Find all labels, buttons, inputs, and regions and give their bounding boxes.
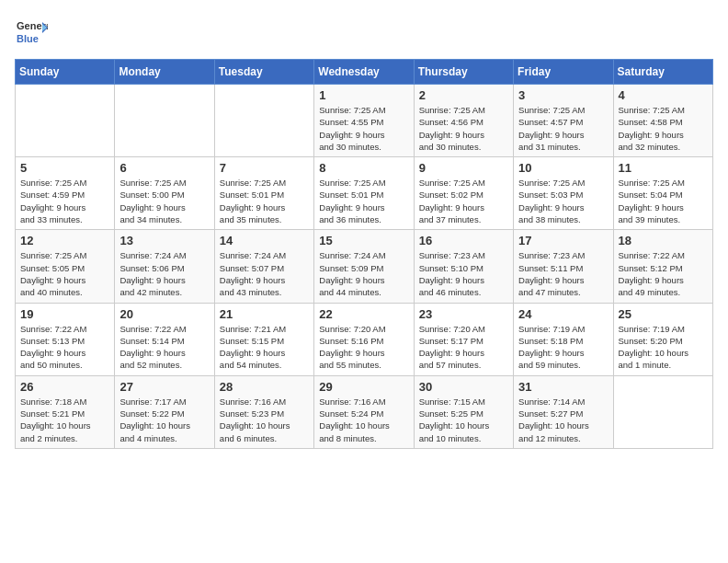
day-header-monday: Monday [115, 60, 214, 85]
calendar-cell: 22Sunrise: 7:20 AM Sunset: 5:16 PM Dayli… [314, 303, 414, 375]
day-info: Sunrise: 7:19 AM Sunset: 5:20 PM Dayligh… [619, 323, 708, 372]
day-number: 23 [419, 307, 508, 321]
day-info: Sunrise: 7:25 AM Sunset: 5:01 PM Dayligh… [220, 177, 309, 225]
day-info: Sunrise: 7:16 AM Sunset: 5:23 PM Dayligh… [220, 396, 309, 444]
calendar-cell: 23Sunrise: 7:20 AM Sunset: 5:17 PM Dayli… [414, 303, 513, 375]
day-info: Sunrise: 7:24 AM Sunset: 5:09 PM Dayligh… [319, 249, 408, 298]
day-number: 29 [319, 380, 408, 394]
day-info: Sunrise: 7:23 AM Sunset: 5:10 PM Dayligh… [419, 249, 508, 298]
calendar-cell: 9Sunrise: 7:25 AM Sunset: 5:02 PM Daylig… [414, 157, 513, 230]
calendar-cell: 4Sunrise: 7:25 AM Sunset: 4:58 PM Daylig… [613, 85, 712, 157]
day-info: Sunrise: 7:20 AM Sunset: 5:17 PM Dayligh… [419, 323, 508, 372]
calendar-cell: 28Sunrise: 7:16 AM Sunset: 5:23 PM Dayli… [214, 375, 313, 448]
day-number: 1 [319, 88, 408, 102]
day-number: 19 [20, 307, 109, 321]
day-number: 20 [119, 307, 209, 321]
day-header-thursday: Thursday [414, 60, 513, 85]
calendar-cell: 26Sunrise: 7:18 AM Sunset: 5:21 PM Dayli… [16, 375, 115, 448]
day-info: Sunrise: 7:25 AM Sunset: 5:01 PM Dayligh… [319, 177, 408, 225]
day-info: Sunrise: 7:22 AM Sunset: 5:14 PM Dayligh… [119, 323, 209, 372]
calendar-cell: 13Sunrise: 7:24 AM Sunset: 5:06 PM Dayli… [115, 230, 214, 303]
calendar-cell: 14Sunrise: 7:24 AM Sunset: 5:07 PM Dayli… [214, 230, 313, 303]
day-number: 4 [619, 88, 708, 102]
calendar-cell: 24Sunrise: 7:19 AM Sunset: 5:18 PM Dayli… [514, 303, 613, 375]
week-row-4: 19Sunrise: 7:22 AM Sunset: 5:13 PM Dayli… [16, 303, 713, 375]
calendar-cell: 18Sunrise: 7:22 AM Sunset: 5:12 PM Dayli… [613, 230, 712, 303]
day-number: 3 [518, 88, 608, 102]
day-info: Sunrise: 7:18 AM Sunset: 5:21 PM Dayligh… [20, 396, 109, 444]
day-info: Sunrise: 7:25 AM Sunset: 5:02 PM Dayligh… [419, 177, 508, 225]
calendar-body: 1Sunrise: 7:25 AM Sunset: 4:55 PM Daylig… [16, 85, 713, 449]
logo: General Blue [15, 15, 48, 48]
day-header-wednesday: Wednesday [314, 60, 414, 85]
calendar-cell: 8Sunrise: 7:25 AM Sunset: 5:01 PM Daylig… [314, 157, 414, 230]
day-number: 6 [119, 161, 209, 175]
day-number: 24 [518, 307, 608, 321]
day-info: Sunrise: 7:25 AM Sunset: 4:55 PM Dayligh… [319, 104, 408, 153]
calendar-cell: 21Sunrise: 7:21 AM Sunset: 5:15 PM Dayli… [214, 303, 313, 375]
calendar-cell [214, 85, 313, 157]
day-number: 22 [319, 307, 408, 321]
calendar-cell: 15Sunrise: 7:24 AM Sunset: 5:09 PM Dayli… [314, 230, 414, 303]
day-info: Sunrise: 7:23 AM Sunset: 5:11 PM Dayligh… [518, 249, 608, 298]
day-info: Sunrise: 7:22 AM Sunset: 5:13 PM Dayligh… [20, 323, 109, 372]
calendar-cell: 5Sunrise: 7:25 AM Sunset: 4:59 PM Daylig… [16, 157, 115, 230]
week-row-2: 5Sunrise: 7:25 AM Sunset: 4:59 PM Daylig… [16, 157, 713, 230]
calendar-cell [613, 375, 712, 448]
day-number: 5 [20, 161, 109, 175]
calendar-cell [115, 85, 214, 157]
calendar-cell: 11Sunrise: 7:25 AM Sunset: 5:04 PM Dayli… [613, 157, 712, 230]
day-number: 26 [20, 380, 109, 394]
day-number: 17 [518, 234, 608, 247]
day-info: Sunrise: 7:24 AM Sunset: 5:07 PM Dayligh… [220, 249, 309, 298]
day-number: 30 [419, 380, 508, 394]
day-number: 11 [619, 161, 708, 175]
day-info: Sunrise: 7:25 AM Sunset: 5:03 PM Dayligh… [518, 177, 608, 225]
calendar-cell [16, 85, 115, 157]
calendar-cell: 12Sunrise: 7:25 AM Sunset: 5:05 PM Dayli… [16, 230, 115, 303]
calendar-cell: 30Sunrise: 7:15 AM Sunset: 5:25 PM Dayli… [414, 375, 513, 448]
day-number: 14 [220, 234, 309, 247]
week-row-5: 26Sunrise: 7:18 AM Sunset: 5:21 PM Dayli… [16, 375, 713, 448]
day-number: 9 [419, 161, 508, 175]
calendar-cell: 16Sunrise: 7:23 AM Sunset: 5:10 PM Dayli… [414, 230, 513, 303]
day-info: Sunrise: 7:25 AM Sunset: 4:57 PM Dayligh… [518, 104, 608, 153]
calendar-table: SundayMondayTuesdayWednesdayThursdayFrid… [15, 59, 713, 449]
day-info: Sunrise: 7:25 AM Sunset: 5:00 PM Dayligh… [119, 177, 209, 225]
day-number: 16 [419, 234, 508, 247]
day-number: 7 [220, 161, 309, 175]
day-number: 10 [518, 161, 608, 175]
day-number: 15 [319, 234, 408, 247]
calendar-cell: 25Sunrise: 7:19 AM Sunset: 5:20 PM Dayli… [613, 303, 712, 375]
day-info: Sunrise: 7:25 AM Sunset: 5:05 PM Dayligh… [20, 249, 109, 298]
day-number: 31 [518, 380, 608, 394]
calendar-cell: 1Sunrise: 7:25 AM Sunset: 4:55 PM Daylig… [314, 85, 414, 157]
header: General Blue [15, 15, 713, 48]
day-info: Sunrise: 7:25 AM Sunset: 4:56 PM Dayligh… [419, 104, 508, 153]
logo-svg: General Blue [15, 15, 48, 48]
calendar-cell: 27Sunrise: 7:17 AM Sunset: 5:22 PM Dayli… [115, 375, 214, 448]
day-info: Sunrise: 7:17 AM Sunset: 5:22 PM Dayligh… [119, 396, 209, 444]
day-number: 8 [319, 161, 408, 175]
day-info: Sunrise: 7:22 AM Sunset: 5:12 PM Dayligh… [619, 249, 708, 298]
week-row-3: 12Sunrise: 7:25 AM Sunset: 5:05 PM Dayli… [16, 230, 713, 303]
day-number: 13 [119, 234, 209, 247]
calendar-cell: 17Sunrise: 7:23 AM Sunset: 5:11 PM Dayli… [514, 230, 613, 303]
day-number: 21 [220, 307, 309, 321]
day-number: 27 [119, 380, 209, 394]
day-header-saturday: Saturday [613, 60, 712, 85]
day-info: Sunrise: 7:25 AM Sunset: 5:04 PM Dayligh… [619, 177, 708, 225]
calendar-cell: 3Sunrise: 7:25 AM Sunset: 4:57 PM Daylig… [514, 85, 613, 157]
calendar-cell: 19Sunrise: 7:22 AM Sunset: 5:13 PM Dayli… [16, 303, 115, 375]
day-number: 18 [619, 234, 708, 247]
day-number: 25 [619, 307, 708, 321]
day-info: Sunrise: 7:19 AM Sunset: 5:18 PM Dayligh… [518, 323, 608, 372]
day-number: 28 [220, 380, 309, 394]
day-info: Sunrise: 7:25 AM Sunset: 4:59 PM Dayligh… [20, 177, 109, 225]
calendar-cell: 20Sunrise: 7:22 AM Sunset: 5:14 PM Dayli… [115, 303, 214, 375]
day-info: Sunrise: 7:16 AM Sunset: 5:24 PM Dayligh… [319, 396, 408, 444]
day-info: Sunrise: 7:21 AM Sunset: 5:15 PM Dayligh… [220, 323, 309, 372]
days-of-week-row: SundayMondayTuesdayWednesdayThursdayFrid… [16, 60, 713, 85]
calendar-cell: 2Sunrise: 7:25 AM Sunset: 4:56 PM Daylig… [414, 85, 513, 157]
week-row-1: 1Sunrise: 7:25 AM Sunset: 4:55 PM Daylig… [16, 85, 713, 157]
